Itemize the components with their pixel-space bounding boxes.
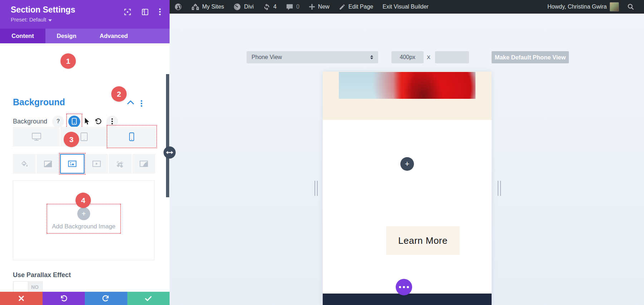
- preview-height-input[interactable]: [435, 51, 469, 63]
- new-label: New: [318, 4, 330, 10]
- wp-admin-bar: My Sites Divi 4 0 New: [170, 0, 644, 14]
- tab-advanced[interactable]: Advanced: [88, 29, 140, 43]
- tab-design[interactable]: Design: [45, 29, 88, 43]
- bg-type-video[interactable]: [85, 154, 108, 174]
- select-updown-icon: [370, 55, 373, 59]
- visual-builder-stage: My Sites Divi 4 0 New: [0, 0, 644, 305]
- toggle-value: NO: [31, 284, 39, 290]
- comment-bubble-icon: [286, 4, 293, 10]
- hero-photo-red-fabric: [339, 72, 475, 99]
- updates-menu[interactable]: 4: [258, 0, 281, 14]
- my-sites-menu[interactable]: My Sites: [187, 0, 229, 14]
- dot: [399, 286, 401, 288]
- right-column-resize-handle[interactable]: [498, 181, 501, 196]
- add-background-image-label: Add Background Image: [52, 223, 116, 230]
- device-tab-phone[interactable]: [108, 127, 155, 146]
- device-tab-desktop[interactable]: [13, 127, 60, 146]
- help-icon[interactable]: ?: [52, 116, 64, 127]
- divi-gauge-icon: [233, 3, 241, 11]
- my-sites-label: My Sites: [202, 4, 224, 10]
- section-settings-panel: Section Settings Preset: Default Content…: [0, 0, 170, 305]
- phone-preview-canvas: + Learn More: [323, 72, 492, 305]
- left-column-resize-handle[interactable]: [314, 181, 318, 196]
- background-field-label: Background: [13, 118, 47, 125]
- howdy-account-menu[interactable]: Howdy, Christina Gwira: [543, 0, 619, 14]
- preset-selector[interactable]: Preset: Default: [11, 16, 170, 23]
- snap-panel-icon[interactable]: [141, 8, 149, 16]
- bg-type-mask[interactable]: [132, 154, 155, 174]
- dimension-separator: X: [427, 54, 430, 60]
- caret-down-icon: [48, 19, 52, 21]
- parallax-label: Use Parallax Effect: [13, 271, 71, 279]
- phone-hero-section: [323, 72, 492, 120]
- redo-button[interactable]: [85, 292, 127, 305]
- collapse-section-icon[interactable]: [127, 100, 134, 107]
- preview-width-input[interactable]: [391, 51, 424, 63]
- howdy-label: Howdy, Christina Gwira: [547, 4, 607, 10]
- device-mode-tabs: [13, 127, 155, 146]
- admin-search[interactable]: [623, 0, 639, 14]
- phone-footer-section: [323, 294, 492, 305]
- panel-body: Background Background ?: [0, 43, 170, 292]
- panel-more-options-icon[interactable]: [159, 8, 161, 16]
- save-button[interactable]: [127, 292, 170, 305]
- plus-icon: +: [77, 207, 90, 220]
- pencil-icon: [339, 4, 346, 10]
- exit-visual-builder-label: Exit Visual Builder: [382, 4, 429, 10]
- view-mode-value: Phone View: [252, 54, 282, 60]
- undo-button[interactable]: [43, 292, 85, 305]
- dot: [407, 286, 409, 288]
- learn-more-button[interactable]: Learn More: [386, 226, 460, 255]
- responsive-phone-mode-icon[interactable]: [68, 116, 80, 127]
- tab-content[interactable]: Content: [0, 29, 45, 43]
- updates-refresh-icon: [263, 3, 270, 11]
- bg-type-pattern[interactable]: [109, 154, 132, 174]
- add-background-image-button[interactable]: + Add Background Image: [47, 204, 121, 234]
- my-sites-icon: [191, 3, 199, 10]
- dot: [403, 286, 405, 288]
- new-menu[interactable]: New: [304, 0, 334, 14]
- tutorial-badge-3: 3: [64, 132, 79, 147]
- section-more-options-icon[interactable]: [141, 100, 142, 107]
- edit-page-label: Edit Page: [348, 4, 373, 10]
- updates-count: 4: [273, 4, 277, 10]
- panel-scrollbar[interactable]: [166, 74, 169, 197]
- add-row-button[interactable]: +: [400, 157, 414, 171]
- plus-icon: +: [405, 159, 410, 169]
- expand-panel-icon[interactable]: [124, 8, 131, 16]
- settings-tabbar: Content Design Advanced: [0, 29, 170, 43]
- exit-visual-builder[interactable]: Exit Visual Builder: [378, 0, 433, 14]
- tutorial-badge-4: 4: [75, 193, 91, 208]
- bg-type-image[interactable]: [60, 154, 84, 174]
- background-section-heading[interactable]: Background: [13, 97, 65, 107]
- avatar: [610, 2, 619, 11]
- tutorial-badge-2: 2: [111, 86, 127, 102]
- panel-resize-handle[interactable]: [164, 146, 176, 159]
- bg-type-gradient[interactable]: [36, 154, 59, 174]
- view-mode-select[interactable]: Phone View: [247, 51, 378, 63]
- make-default-phone-view-button[interactable]: Make Default Phone View: [492, 51, 569, 63]
- section-options-dots-button[interactable]: [396, 279, 412, 295]
- background-type-tabs: [13, 154, 155, 174]
- search-icon: [627, 3, 634, 10]
- edit-page-menu[interactable]: Edit Page: [334, 0, 378, 14]
- wordpress-logo-icon: [174, 3, 182, 11]
- panel-footer: [0, 292, 170, 305]
- reset-undo-icon[interactable]: [94, 118, 102, 125]
- plus-icon: [309, 4, 315, 10]
- wordpress-logo-menu[interactable]: [170, 0, 187, 14]
- divi-menu[interactable]: Divi: [229, 0, 258, 14]
- bg-type-color[interactable]: [13, 154, 36, 174]
- field-more-options-icon[interactable]: [106, 116, 118, 127]
- comments-count: 0: [296, 4, 299, 10]
- discard-close-button[interactable]: [0, 292, 43, 305]
- comments-menu[interactable]: 0: [281, 0, 304, 14]
- hover-cursor-icon[interactable]: [84, 118, 90, 125]
- tutorial-badge-1: 1: [60, 53, 76, 69]
- panel-header: Section Settings Preset: Default: [0, 0, 170, 29]
- divi-label: Divi: [244, 4, 254, 10]
